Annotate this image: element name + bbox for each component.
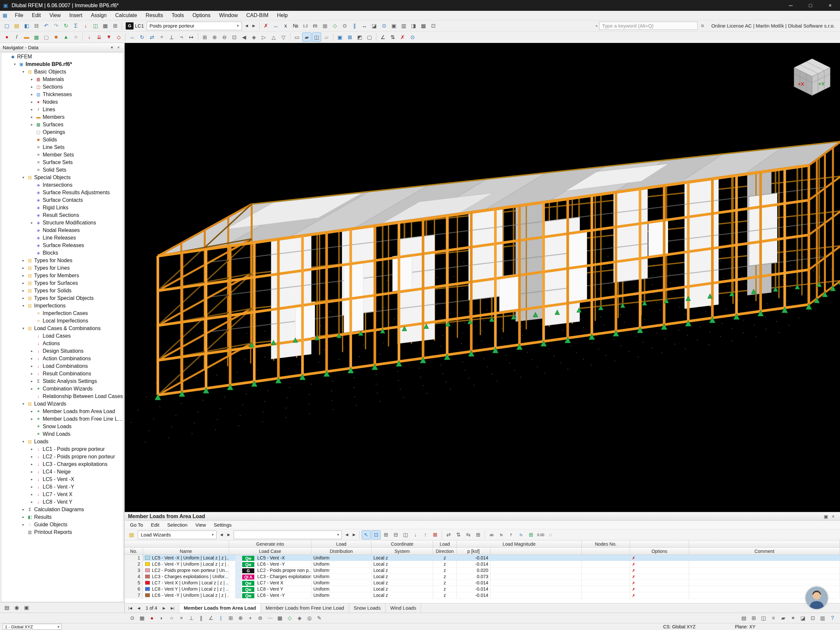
menu-tools[interactable]: Tools	[167, 11, 188, 20]
collapse-icon[interactable]: ▾	[21, 175, 26, 179]
panel-float-icon[interactable]: ▣	[822, 514, 829, 519]
values-display-icon[interactable]: 1.2	[301, 21, 310, 30]
insert-hinge-icon[interactable]: ○	[71, 33, 81, 42]
table-settings-icon[interactable]: ⊞	[474, 530, 483, 540]
tree-item-nodal-releases[interactable]: ◈Nodal Releases	[1, 226, 123, 234]
tree-item-guide-objects[interactable]: ▸◌Guide Objects	[1, 521, 123, 528]
parallel-snap-icon[interactable]: ∥	[197, 614, 206, 623]
coordinate-system-combo[interactable]: 1 - Global XYZ ▾	[3, 624, 62, 630]
invert-selection-icon[interactable]: ◩	[355, 33, 364, 42]
expand-icon[interactable]: ▸	[29, 77, 35, 81]
zoom-out-icon[interactable]: ⊖	[220, 33, 229, 42]
tree-item-types-for-lines[interactable]: ▸▤Types for Lines	[1, 264, 123, 272]
help-icon[interactable]: ?	[828, 614, 837, 623]
tree-item-result-sections[interactable]: ◈Result Sections	[1, 211, 123, 219]
previous-load-case-button[interactable]: ◀	[243, 21, 250, 30]
table-row[interactable]: 3LC2 - Poids propre non porteur | Un...G…	[125, 567, 840, 573]
show-loads-icon[interactable]: ↓	[81, 21, 90, 30]
next-load-case-button[interactable]: ▶	[251, 21, 257, 30]
tree-item-thicknesses[interactable]: ▸▥Thicknesses	[1, 90, 123, 98]
tree-item-static-analysis-settings[interactable]: ▸ΣStatic Analysis Settings	[1, 377, 123, 385]
menu-settings[interactable]: Settings	[210, 521, 235, 529]
tree-item-line-sets[interactable]: ≡Line Sets	[1, 144, 123, 151]
next-page-button[interactable]: ▶	[160, 606, 168, 610]
options-icon[interactable]: ✗	[632, 593, 635, 598]
solid-display-icon[interactable]: ▰	[302, 33, 311, 42]
edit-mode-icon[interactable]: ↖	[362, 530, 371, 540]
sync-selection-icon[interactable]: ⇅	[454, 530, 463, 540]
visibility-icon[interactable]: ⊙	[380, 21, 389, 30]
options-icon[interactable]: ✗	[632, 562, 635, 567]
expand-icon[interactable]: ▸	[29, 221, 35, 224]
layers-icon[interactable]: ≡	[769, 614, 778, 623]
tree-item-lc8-vent-y[interactable]: ▸↓LC8 - Vent Y	[1, 498, 123, 506]
tree-item-basic-objects[interactable]: ▾▤Basic Objects	[1, 68, 123, 76]
expand-icon[interactable]: ▸	[21, 523, 26, 526]
clipping-box-icon[interactable]: ◪	[798, 614, 807, 623]
user-avatar[interactable]	[805, 587, 828, 609]
hamburger-menu-icon[interactable]: ≡	[698, 21, 707, 30]
expand-icon[interactable]: ▸	[29, 455, 35, 458]
expand-icon[interactable]: ▸	[29, 349, 35, 353]
member-load-icon[interactable]: ⇊	[95, 33, 104, 42]
tree-item-lc1-poids-propre-porteur[interactable]: ▸↓LC1 - Poids propre porteur	[1, 445, 123, 453]
tree-item-blocks[interactable]: ◈Blocks	[1, 249, 123, 257]
next-entry-button[interactable]: ▶	[351, 530, 357, 540]
menu-options[interactable]: Options	[188, 11, 215, 20]
expand-icon[interactable]: ▸	[29, 447, 35, 451]
new-model-icon[interactable]: ▢	[2, 21, 11, 30]
angle-snap-icon[interactable]: ∠	[206, 614, 216, 623]
measure-icon[interactable]: ∠	[378, 33, 387, 42]
view-in-y-icon[interactable]: △	[269, 33, 278, 42]
undo-icon[interactable]: ↶	[42, 21, 51, 30]
delete-objects-icon[interactable]: ✗	[398, 33, 407, 42]
menu-results[interactable]: Results	[141, 11, 167, 20]
move-icon[interactable]: ↔	[128, 33, 137, 42]
import-table-icon[interactable]: ↓	[411, 530, 420, 540]
maximize-button[interactable]: □	[801, 0, 820, 11]
table-row[interactable]: 2LC6 - Vent -Y | Uniform | Local z | z |…	[125, 561, 840, 567]
display-settings-icon[interactable]: ▥	[399, 21, 409, 30]
tree-item-nodes[interactable]: ▸●Nodes	[1, 98, 123, 106]
tables-toggle-icon[interactable]: ⊞	[749, 614, 758, 623]
options-icon[interactable]: ✗	[632, 556, 635, 561]
expand-icon[interactable]: ▸	[29, 417, 35, 421]
graphics-icon[interactable]: ▦	[101, 21, 110, 30]
minimize-button[interactable]: ─	[781, 0, 801, 11]
intersection-snap-icon[interactable]: ×	[177, 614, 186, 623]
expand-icon[interactable]: ▸	[29, 107, 35, 111]
tree-item-types-for-surfaces[interactable]: ▸▤Types for Surfaces	[1, 279, 123, 287]
tab-member-loads-from-area-load[interactable]: Member Loads from Area Load	[179, 603, 261, 613]
tree-item-surface-releases[interactable]: ◈Surface Releases	[1, 242, 123, 249]
expand-icon[interactable]: ▸	[21, 515, 26, 519]
options-icon[interactable]: ✗	[632, 568, 635, 573]
expand-icon[interactable]: ▸	[29, 100, 35, 104]
close-button[interactable]: ×	[820, 0, 840, 11]
object-snap-icon[interactable]: ⊚	[256, 614, 265, 623]
numbering-icon[interactable]: №	[291, 21, 300, 30]
polar-mode-icon[interactable]: ⊕	[236, 614, 245, 623]
render-toggle-icon[interactable]: ▰	[778, 614, 788, 623]
tree-item-loads[interactable]: ▾▤Loads	[1, 438, 123, 445]
delete-results-icon[interactable]: ✗	[262, 21, 271, 30]
area-load-icon[interactable]: ▼	[104, 33, 114, 42]
tree-item-types-for-special-objects[interactable]: ▸▤Types for Special Objects	[1, 294, 123, 302]
edit-function-icon[interactable]: f′	[507, 530, 516, 540]
prev-page-button[interactable]: ◀	[134, 606, 143, 610]
connect-icon[interactable]: ⊥	[167, 33, 176, 42]
load-case-combo[interactable]: Poids propre porteur ▾	[147, 22, 242, 30]
extend-icon[interactable]: ↦	[187, 33, 196, 42]
tree-item-types-for-members[interactable]: ▸▤Types for Members	[1, 272, 123, 279]
expand-icon[interactable]: ▸	[21, 259, 26, 262]
table-row[interactable]: 4LC3 - Charges exploitations | Unifor...…	[125, 573, 840, 580]
export-table-icon[interactable]: ↑	[421, 530, 430, 540]
expand-icon[interactable]: ▸	[21, 266, 26, 270]
goto-graphic-icon[interactable]: ⇆	[464, 530, 473, 540]
prev-entry-button[interactable]: ◀	[344, 530, 350, 540]
data-panel-icon[interactable]: ▤	[2, 603, 11, 612]
midpoint-snap-icon[interactable]: ◐	[157, 614, 166, 623]
first-page-button[interactable]: |◀	[126, 606, 134, 610]
isometric-view-icon[interactable]: ◈	[249, 33, 259, 42]
ortho-mode-icon[interactable]: ⊞	[226, 614, 235, 623]
menu-assign[interactable]: Assign	[87, 11, 111, 20]
